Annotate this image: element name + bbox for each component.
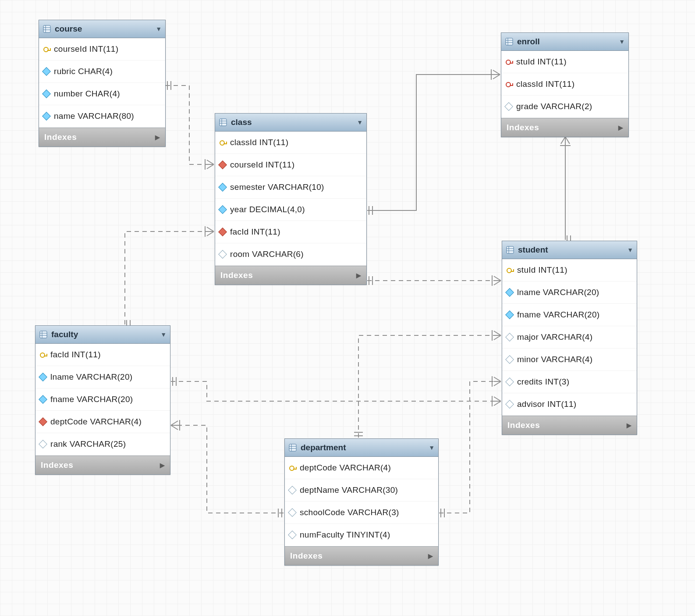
column-course-1[interactable]: rubric CHAR(4): [39, 61, 165, 83]
column-faculty-3[interactable]: deptCode VARCHAR(4): [35, 411, 170, 433]
column-label: semester VARCHAR(10): [230, 182, 324, 192]
expand-icon[interactable]: ▶: [155, 134, 160, 141]
column-class-4[interactable]: facId INT(11): [215, 221, 366, 243]
column-class-5[interactable]: room VARCHAR(6): [215, 243, 366, 266]
table-title-course[interactable]: course▼: [39, 20, 165, 38]
indexes-section-faculty[interactable]: Indexes▶: [35, 456, 170, 474]
column-label: room VARCHAR(6): [230, 249, 304, 259]
table-icon: [288, 443, 297, 452]
column-course-0[interactable]: courseId INT(11): [39, 38, 165, 61]
column-department-0[interactable]: deptCode VARCHAR(4): [285, 457, 438, 479]
column-label: stuId INT(11): [516, 57, 567, 67]
column-class-3[interactable]: year DECIMAL(4,0): [215, 199, 366, 221]
table-class[interactable]: class▼classId INT(11)courseId INT(11)sem…: [215, 113, 367, 285]
indexes-section-enroll[interactable]: Indexes▶: [501, 118, 628, 137]
notnull-icon: [218, 183, 227, 192]
column-class-1[interactable]: courseId INT(11): [215, 154, 366, 176]
cardinality-cap: [173, 377, 176, 386]
table-title-faculty[interactable]: faculty▼: [35, 326, 170, 344]
relation-department-student-major[interactable]: [358, 335, 501, 438]
table-title-enroll[interactable]: enroll▼: [501, 33, 628, 51]
notnull-icon: [39, 373, 47, 381]
column-department-1[interactable]: deptName VARCHAR(30): [285, 479, 438, 502]
column-faculty-2[interactable]: fname VARCHAR(20): [35, 388, 170, 411]
table-title-class[interactable]: class▼: [215, 114, 366, 132]
table-title-student[interactable]: student▼: [502, 241, 637, 259]
nullable-icon: [288, 508, 297, 517]
indexes-label: Indexes: [507, 420, 540, 430]
table-icon: [506, 246, 514, 254]
relation-faculty-class[interactable]: [125, 231, 214, 324]
column-student-4[interactable]: minor VARCHAR(4): [502, 349, 637, 371]
table-enroll[interactable]: enroll▼stuId INT(11)classId INT(11)grade…: [501, 32, 629, 137]
column-student-1[interactable]: lname VARCHAR(20): [502, 281, 637, 304]
table-department[interactable]: department▼deptCode VARCHAR(4)deptName V…: [284, 438, 439, 566]
column-department-2[interactable]: schoolCode VARCHAR(3): [285, 502, 438, 524]
column-label: number CHAR(4): [54, 89, 120, 99]
nullable-icon: [505, 355, 514, 364]
column-label: rank VARCHAR(25): [50, 439, 126, 449]
collapse-icon[interactable]: ▼: [357, 119, 363, 126]
cardinality-cap: [369, 206, 372, 215]
column-student-3[interactable]: major VARCHAR(4): [502, 326, 637, 349]
expand-icon[interactable]: ▶: [428, 552, 433, 559]
table-student[interactable]: student▼stuId INT(11)lname VARCHAR(20)fn…: [502, 241, 637, 435]
cardinality-cap: [492, 396, 501, 406]
relation-faculty-department[interactable]: [171, 425, 284, 513]
column-student-5[interactable]: credits INT(3): [502, 371, 637, 393]
collapse-icon[interactable]: ▼: [619, 38, 625, 45]
primary-key-icon: [43, 46, 50, 52]
column-label: rubric CHAR(4): [54, 67, 113, 76]
collapse-icon[interactable]: ▼: [627, 246, 633, 253]
column-faculty-1[interactable]: lname VARCHAR(20): [35, 366, 170, 388]
nullable-icon: [288, 531, 297, 539]
indexes-section-class[interactable]: Indexes▶: [215, 266, 366, 285]
column-enroll-2[interactable]: grade VARCHAR(2): [501, 96, 628, 118]
indexes-section-department[interactable]: Indexes▶: [285, 546, 438, 565]
column-label: fname VARCHAR(20): [50, 395, 133, 404]
svg-rect-16: [40, 331, 47, 338]
expand-icon[interactable]: ▶: [356, 272, 362, 279]
expand-icon[interactable]: ▶: [618, 124, 624, 131]
relation-course-class[interactable]: [166, 85, 214, 164]
table-faculty[interactable]: faculty▼facId INT(11)lname VARCHAR(20)fn…: [35, 325, 170, 475]
nullable-icon: [218, 250, 227, 259]
column-student-6[interactable]: advisor INT(11): [502, 393, 637, 416]
column-class-0[interactable]: classId INT(11): [215, 132, 366, 154]
column-course-3[interactable]: name VARCHAR(80): [39, 105, 165, 128]
column-department-3[interactable]: numFaculty TINYINT(4): [285, 524, 438, 546]
cardinality-cap: [492, 275, 501, 286]
column-label: facId INT(11): [230, 227, 280, 237]
table-name: course: [55, 24, 82, 34]
indexes-section-course[interactable]: Indexes▶: [39, 128, 165, 146]
column-student-0[interactable]: stuId INT(11): [502, 259, 637, 281]
expand-icon[interactable]: ▶: [160, 462, 165, 469]
nullable-icon: [505, 377, 514, 386]
column-enroll-1[interactable]: classId INT(11): [501, 73, 628, 96]
indexes-label: Indexes: [220, 271, 253, 280]
table-title-department[interactable]: department▼: [285, 439, 438, 457]
column-course-2[interactable]: number CHAR(4): [39, 83, 165, 105]
svg-rect-8: [506, 38, 513, 45]
column-faculty-4[interactable]: rank VARCHAR(25): [35, 433, 170, 456]
relation-faculty-student[interactable]: [171, 381, 501, 401]
svg-rect-20: [289, 444, 296, 451]
column-class-2[interactable]: semester VARCHAR(10): [215, 176, 366, 199]
foreign-key-icon: [218, 160, 227, 169]
relation-class-enroll[interactable]: [367, 75, 500, 210]
cardinality-cap: [205, 159, 214, 170]
erd-canvas[interactable]: course▼courseId INT(11)rubric CHAR(4)num…: [0, 0, 695, 616]
column-faculty-0[interactable]: facId INT(11): [35, 344, 170, 366]
column-enroll-0[interactable]: stuId INT(11): [501, 51, 628, 73]
relation-department-student-minor[interactable]: [439, 381, 501, 513]
cardinality-cap: [369, 276, 372, 285]
collapse-icon[interactable]: ▼: [156, 25, 162, 32]
collapse-icon[interactable]: ▼: [160, 331, 167, 338]
expand-icon[interactable]: ▶: [627, 422, 632, 429]
indexes-section-student[interactable]: Indexes▶: [502, 416, 637, 434]
column-student-2[interactable]: fname VARCHAR(20): [502, 304, 637, 326]
foreign-key-icon: [218, 228, 227, 236]
table-course[interactable]: course▼courseId INT(11)rubric CHAR(4)num…: [39, 20, 166, 147]
indexes-label: Indexes: [290, 551, 323, 561]
collapse-icon[interactable]: ▼: [429, 444, 435, 451]
